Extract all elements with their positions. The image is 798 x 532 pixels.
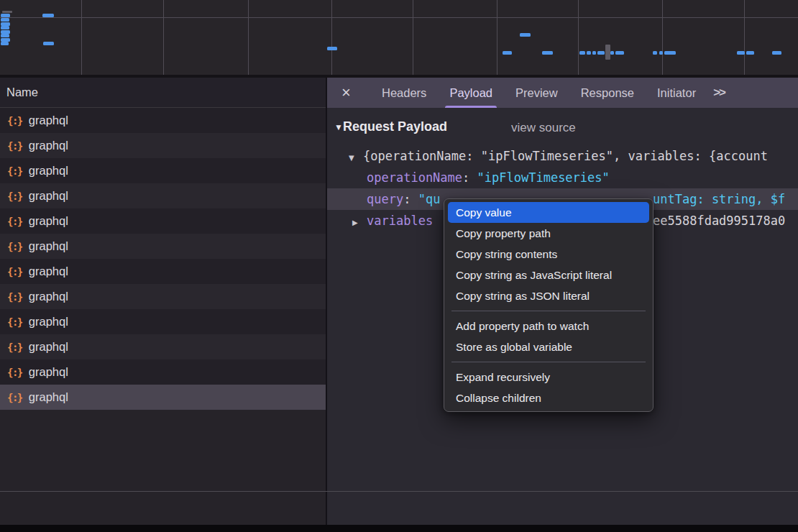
payload-operationname-row[interactable]: operationName: "ipFlowTimeseries"	[327, 167, 798, 188]
expand-down-icon[interactable]: ▼	[349, 147, 363, 169]
property-value-right: untTag: string, $f	[653, 188, 785, 210]
devtools-network-panel: Name {:}graphql{:}graphql{:}graphql{:}gr…	[0, 0, 798, 532]
request-timing-bar	[597, 51, 605, 55]
request-timing-bar	[42, 14, 54, 17]
bottom-edge-bar	[0, 525, 798, 532]
timeline-gridline	[497, 0, 497, 75]
footer-left-area	[0, 492, 326, 525]
requests-list-panel: Name {:}graphql{:}graphql{:}graphql{:}gr…	[0, 78, 326, 491]
section-collapse-icon: ▼	[334, 122, 343, 132]
request-name: graphql	[29, 315, 68, 329]
timeline-gridline	[81, 0, 82, 75]
request-name: graphql	[29, 114, 68, 127]
request-name: graphql	[29, 365, 68, 379]
request-timing-bar	[746, 51, 754, 55]
json-braces-icon: {:}	[7, 216, 22, 227]
json-braces-icon: {:}	[7, 316, 22, 328]
request-timing-bar	[1, 26, 9, 29]
requests-list: {:}graphql{:}graphql{:}graphql{:}graphql…	[0, 108, 326, 410]
menu-item-collapse-children[interactable]: Collapse children	[448, 387, 649, 408]
network-request-row[interactable]: {:}graphql	[0, 208, 326, 234]
tab-payload[interactable]: Payload	[438, 78, 504, 108]
menu-item-store-as-global-variable[interactable]: Store as global variable	[448, 336, 649, 357]
request-timing-bar	[653, 51, 657, 55]
json-braces-icon: {:}	[7, 367, 22, 378]
object-preview-right: ee5588fdad995178a0	[653, 210, 785, 231]
timeline-marker	[605, 45, 610, 60]
tab-initiator[interactable]: Initiator	[646, 78, 707, 108]
network-request-row[interactable]: {:}graphql	[0, 284, 326, 309]
network-request-row[interactable]: {:}graphql	[0, 259, 326, 284]
json-braces-icon: {:}	[7, 191, 22, 202]
request-name: graphql	[29, 265, 68, 278]
key-colon: :	[403, 192, 418, 206]
menu-item-expand-recursively[interactable]: Expand recursively	[448, 367, 649, 387]
request-timing-bar	[1, 14, 10, 17]
menu-item-copy-string-as-javascript-literal[interactable]: Copy string as JavaScript literal	[448, 265, 649, 285]
network-request-row[interactable]: {:}graphql	[0, 234, 326, 259]
request-name: graphql	[29, 239, 68, 253]
request-name: graphql	[29, 290, 68, 303]
request-timing-bar	[659, 51, 663, 55]
menu-item-copy-string-contents[interactable]: Copy string contents	[448, 244, 649, 265]
json-braces-icon: {:}	[7, 291, 22, 303]
more-tabs-icon[interactable]: >>	[713, 86, 725, 100]
network-request-row-selected[interactable]: {:}graphql	[0, 385, 326, 410]
request-timing-bar	[327, 47, 337, 50]
name-column-header[interactable]: Name	[0, 78, 326, 108]
request-timing-bar	[615, 51, 624, 55]
property-key: operationName	[367, 170, 462, 185]
property-key: variables	[367, 214, 433, 228]
menu-item-copy-property-path[interactable]: Copy property path	[448, 223, 649, 244]
network-request-row[interactable]: {:}graphql	[0, 309, 326, 334]
payload-root-row[interactable]: ▼{operationName: "ipFlowTimeseries", var…	[327, 145, 798, 167]
network-request-row[interactable]: {:}graphql	[0, 334, 326, 359]
request-timing-bar	[1, 34, 9, 37]
request-timing-bar	[520, 33, 531, 37]
timeline-gridline-horizontal	[0, 17, 798, 18]
network-request-row[interactable]: {:}graphql	[0, 108, 326, 133]
json-braces-icon: {:}	[7, 341, 22, 353]
request-payload-section-header[interactable]: ▼Request Payload	[334, 119, 447, 134]
request-timing-bar	[1, 18, 9, 22]
footer-right-area	[327, 492, 798, 525]
request-timing-bar	[1, 42, 9, 45]
json-braces-icon: {:}	[7, 165, 22, 177]
timeline-gridline	[662, 0, 663, 75]
request-timing-bar	[610, 51, 614, 55]
menu-item-add-property-path-to-watch[interactable]: Add property path to watch	[448, 316, 649, 336]
network-request-row[interactable]: {:}graphql	[0, 158, 326, 183]
network-request-row[interactable]: {:}graphql	[0, 359, 326, 385]
timeline-gridline	[413, 0, 413, 75]
timeline-gridline	[744, 0, 745, 75]
network-request-row[interactable]: {:}graphql	[0, 183, 326, 208]
section-title: Request Payload	[343, 119, 447, 134]
tab-headers[interactable]: Headers	[370, 78, 438, 108]
timeline-gridline	[331, 0, 332, 75]
network-request-row[interactable]: {:}graphql	[0, 133, 326, 158]
request-timing-bar	[587, 51, 591, 55]
property-value-left: "qu	[418, 192, 441, 206]
request-timing-bar	[737, 51, 745, 55]
request-timing-bar	[542, 51, 553, 55]
request-timing-bar	[503, 51, 512, 55]
json-braces-icon: {:}	[7, 115, 22, 127]
menu-item-copy-string-as-json-literal[interactable]: Copy string as JSON literal	[448, 285, 649, 306]
request-name: graphql	[29, 214, 68, 228]
request-name: graphql	[29, 189, 68, 203]
request-name: graphql	[29, 139, 68, 152]
menu-item-copy-value[interactable]: Copy value	[448, 202, 649, 223]
request-timing-bar	[664, 51, 676, 55]
menu-separator	[451, 311, 646, 311]
property-value: "ipFlowTimeseries"	[477, 170, 610, 185]
tab-preview[interactable]: Preview	[504, 78, 569, 108]
request-name: graphql	[29, 390, 68, 404]
close-icon[interactable]: ×	[341, 78, 360, 108]
expand-right-icon[interactable]: ▶	[352, 212, 367, 234]
network-overview-timeline[interactable]	[0, 0, 798, 75]
timeline-gridline	[248, 0, 249, 75]
json-braces-icon: {:}	[7, 140, 22, 152]
view-source-link[interactable]: view source	[511, 121, 576, 135]
details-tabbar: × HeadersPayloadPreviewResponseInitiator…	[327, 78, 798, 108]
tab-response[interactable]: Response	[569, 78, 646, 108]
